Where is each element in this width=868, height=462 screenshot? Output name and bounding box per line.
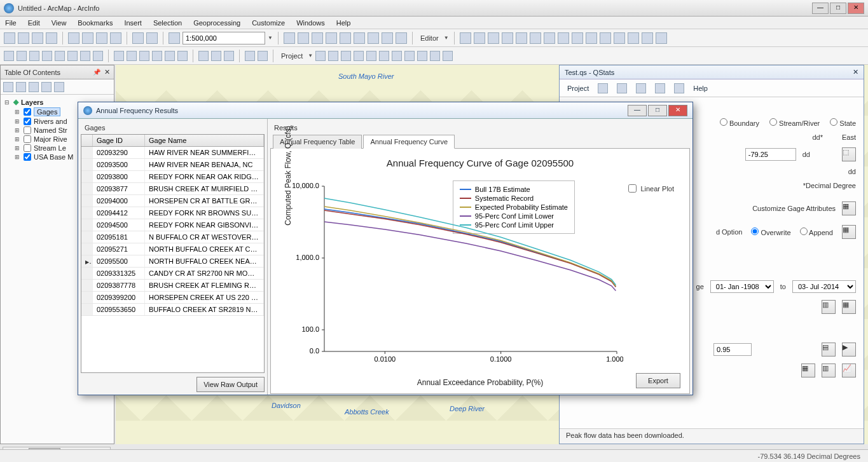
layer-label[interactable]: Rivers and [34, 118, 67, 125]
extent-button[interactable]: ⬚ [842, 147, 856, 161]
expand-icon[interactable]: ⊞ [15, 154, 21, 160]
layer-checkbox[interactable] [24, 135, 31, 143]
window-icon[interactable] [258, 51, 268, 61]
layer-checkbox[interactable] [24, 108, 31, 116]
qs-ico-3[interactable] [636, 83, 646, 93]
proj-h-icon[interactable] [404, 51, 415, 61]
edit-n-icon[interactable] [642, 32, 653, 44]
tool-h-icon[interactable] [382, 32, 393, 44]
qs-ico-2[interactable] [617, 83, 627, 93]
table-row[interactable]: 02093800REEDY FORK NEAR OAK RIDGE, NC [81, 171, 264, 183]
qs-ico-5[interactable] [674, 83, 684, 93]
menu-edit[interactable]: Edit [28, 19, 40, 27]
action-2-button[interactable]: ▦ [842, 300, 856, 314]
pan-icon[interactable] [29, 51, 39, 61]
expand-icon[interactable]: ⊞ [15, 136, 21, 142]
edit-j-icon[interactable] [586, 32, 597, 44]
save-icon[interactable] [32, 32, 43, 44]
table-row[interactable]: 0209331325CANDY CR AT SR2700 NR MONTICEL… [81, 268, 264, 280]
layer-label[interactable]: Major Rive [34, 135, 67, 143]
edit-i-icon[interactable] [572, 32, 583, 44]
edit-f-icon[interactable] [530, 32, 541, 44]
state-radio[interactable] [830, 118, 837, 126]
east-input[interactable] [745, 148, 796, 161]
hyperlink-icon[interactable] [165, 51, 175, 61]
overwrite-radio[interactable] [751, 228, 759, 235]
tool-i-icon[interactable] [396, 32, 407, 44]
print-icon[interactable] [46, 32, 57, 44]
time-icon[interactable] [245, 51, 255, 61]
table-row[interactable]: 02093290HAW RIVER NEAR SUMMERFIELD, NC [81, 147, 264, 159]
date-from-select[interactable]: 01- Jan -1908 [710, 280, 774, 293]
boundary-radio[interactable] [720, 118, 727, 126]
menu-help[interactable]: Help [336, 19, 351, 27]
date-to-select[interactable]: 03- Jul -2014 [792, 280, 856, 293]
edit-c-icon[interactable] [488, 32, 499, 44]
dlg-close-button[interactable]: ✕ [668, 105, 687, 116]
scale-input[interactable]: 1:500,000 [183, 32, 265, 44]
tab-curve[interactable]: Annual Frequency Curve [363, 135, 455, 149]
project-menu[interactable]: Project [279, 52, 305, 60]
list-by-source-icon[interactable] [16, 82, 26, 92]
edit-h-icon[interactable] [558, 32, 569, 44]
proj-d-icon[interactable] [354, 51, 364, 61]
tool-e-icon[interactable] [340, 32, 351, 44]
menu-file[interactable]: File [5, 19, 17, 27]
options-icon[interactable] [54, 82, 64, 92]
minimize-button[interactable]: — [812, 3, 829, 14]
action-3-button[interactable]: ▤ [822, 343, 836, 357]
expand-icon[interactable]: ⊞ [15, 109, 21, 115]
table-row[interactable]: 02095181N BUFFALO CR AT WESTOVER TERRAC [81, 231, 264, 243]
maximize-button[interactable]: □ [830, 3, 846, 14]
measure-icon[interactable] [198, 51, 209, 61]
layer-checkbox[interactable] [24, 126, 31, 134]
open-icon[interactable] [18, 32, 29, 44]
action-6-button[interactable]: ▥ [822, 363, 836, 377]
layer-checkbox[interactable] [24, 144, 31, 152]
cut-icon[interactable] [68, 32, 79, 44]
menu-geoprocessing[interactable]: Geoprocessing [193, 19, 240, 27]
action-1-button[interactable]: ▥ [822, 300, 836, 314]
new-icon[interactable] [4, 32, 15, 44]
proj-j-icon[interactable] [430, 51, 440, 61]
pointer-icon[interactable] [139, 51, 149, 61]
layer-checkbox[interactable] [24, 153, 31, 161]
table-row[interactable]: 02095500NORTH BUFFALO CREEK NEAR GREENS [81, 255, 264, 268]
undo-icon[interactable] [132, 32, 144, 44]
num-input[interactable] [713, 343, 752, 356]
action-7-button[interactable]: 📈 [842, 363, 856, 377]
table-row[interactable]: 02094000HORSEPEN CR AT BATTLE GROUND, NC [81, 195, 264, 207]
proj-g-icon[interactable] [392, 51, 402, 61]
table-row[interactable]: 0209387778BRUSH CREEK AT FLEMING ROAD AT… [81, 280, 264, 292]
clear-select-icon[interactable] [127, 51, 137, 61]
qs-ico-1[interactable] [598, 83, 608, 93]
proj-e-icon[interactable] [366, 51, 376, 61]
col-gage-name[interactable]: Gage Name [145, 135, 264, 146]
proj-c-icon[interactable] [341, 51, 351, 61]
edit-m-icon[interactable] [628, 32, 639, 44]
paste-icon[interactable] [96, 32, 107, 44]
edit-d-icon[interactable] [502, 32, 513, 44]
close-button[interactable]: ✕ [848, 3, 864, 14]
customize-button[interactable]: ▦ [842, 201, 856, 215]
dlg-minimize-button[interactable]: — [628, 105, 647, 116]
tool-d-icon[interactable] [326, 32, 337, 44]
stream-radio[interactable] [769, 118, 777, 126]
action-5-button[interactable]: ▦ [801, 363, 815, 377]
edit-l-icon[interactable] [614, 32, 625, 44]
qstats-close-icon[interactable]: ✕ [853, 68, 858, 76]
list-by-drawing-icon[interactable] [3, 82, 13, 92]
fixed-zoom-in-icon[interactable] [55, 51, 65, 61]
pin-icon[interactable]: 📌 [93, 69, 100, 76]
view-raw-button[interactable]: View Raw Output [196, 377, 265, 392]
option-button[interactable]: ▦ [842, 225, 856, 239]
expand-icon[interactable]: ⊞ [15, 118, 21, 125]
layer-label[interactable]: Gages [34, 107, 60, 116]
back-icon[interactable] [80, 51, 90, 61]
table-row[interactable]: 02093500HAW RIVER NEAR BENAJA, NC [81, 159, 264, 171]
list-by-selection-icon[interactable] [41, 82, 52, 92]
proj-a-icon[interactable] [315, 51, 326, 61]
redo-icon[interactable] [146, 32, 158, 44]
tool-g-icon[interactable] [368, 32, 379, 44]
edit-a-icon[interactable] [460, 32, 471, 44]
